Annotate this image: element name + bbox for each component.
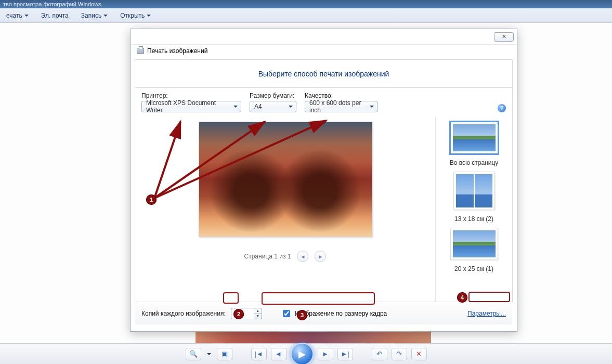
page-status-text: Страница 1 из 1 xyxy=(244,253,291,260)
layout-thumb-image xyxy=(453,230,496,257)
menu-email-label: Эл. почта xyxy=(41,12,69,19)
paper-value: A4 xyxy=(254,103,262,110)
menu-bar: ечать Эл. почта Запись Открыть xyxy=(0,8,612,23)
zoom-button[interactable]: 🔍 xyxy=(186,348,201,360)
menu-burn[interactable]: Запись xyxy=(78,10,111,21)
prev-button[interactable]: ◄ xyxy=(271,348,287,360)
paper-size-combo[interactable]: A4 xyxy=(250,101,296,112)
dialog-mid: Страница 1 из 1 ◄ ► Во всю страницу 13 x… xyxy=(135,118,512,302)
dialog-banner: Выберите способ печати изображений xyxy=(135,60,512,88)
viewer-controls: 🔍 ▣ |◄ ◄ ▶ ► ►| ↶ ↷ ✕ xyxy=(0,343,612,364)
chevron-down-icon xyxy=(233,106,238,108)
dialog-bottom-bar: Копий каждого изображения: ▲ ▼ Изображен… xyxy=(135,302,512,324)
chevron-down-icon xyxy=(370,106,374,108)
slideshow-button[interactable]: ▶ xyxy=(291,343,314,365)
prev-page-button[interactable]: ◄ xyxy=(297,251,308,262)
annotation-badge-1: 1 xyxy=(146,194,157,205)
menu-print[interactable]: ечать xyxy=(3,10,32,21)
dialog-titlebar: ✕ xyxy=(131,29,517,45)
rotate-ccw-button[interactable]: ↶ xyxy=(372,348,387,360)
chevron-down-icon xyxy=(24,15,29,17)
annotation-badge-3: 3 xyxy=(297,310,307,320)
menu-open[interactable]: Открыть xyxy=(117,10,154,21)
menu-burn-label: Запись xyxy=(81,12,101,19)
chevron-down-icon xyxy=(103,15,108,17)
copies-spin-buttons[interactable]: ▲ ▼ xyxy=(254,308,262,319)
layout-thumb-image xyxy=(453,124,496,151)
copies-label: Копий каждого изображения: xyxy=(141,310,226,317)
printer-icon xyxy=(137,48,144,54)
layout-full-page[interactable] xyxy=(450,122,498,154)
menu-email[interactable]: Эл. почта xyxy=(38,10,72,21)
layout-full-page-label: Во всю страницу xyxy=(450,159,499,166)
quality-option: Качество: 600 x 600 dots per inch xyxy=(305,92,377,112)
layout-13x18-label: 13 x 18 см (2) xyxy=(454,215,493,223)
fit-label: Изображение по размеру кадра xyxy=(295,310,387,317)
annotation-box-3 xyxy=(262,292,375,305)
next-button[interactable]: ► xyxy=(318,348,333,360)
dialog-header: Печать изображений xyxy=(131,45,517,57)
spin-down-icon[interactable]: ▼ xyxy=(254,314,262,319)
fit-screen-button[interactable]: ▣ xyxy=(217,348,232,360)
layout-list[interactable]: Во всю страницу 13 x 18 см (2) 20 x 25 с… xyxy=(435,118,512,302)
close-icon: ✕ xyxy=(502,34,506,40)
printer-label: Принтер: xyxy=(141,92,241,99)
print-options-row: Принтер: Microsoft XPS Document Writer Р… xyxy=(135,88,512,118)
quality-combo[interactable]: 600 x 600 dots per inch xyxy=(305,101,377,112)
layout-20x25[interactable] xyxy=(450,228,498,260)
paper-label: Размер бумаги: xyxy=(250,92,296,99)
chevron-down-icon xyxy=(289,106,293,108)
next-page-button[interactable]: ► xyxy=(315,251,326,262)
first-button[interactable]: |◄ xyxy=(251,348,267,360)
menu-open-label: Открыть xyxy=(120,12,145,19)
options-link[interactable]: Параметры... xyxy=(467,310,506,317)
help-icon[interactable]: ? xyxy=(498,104,506,112)
window-title: тво просмотра фотографий Windows xyxy=(3,1,101,7)
layout-thumb-image xyxy=(475,174,492,207)
printer-value: Microsoft XPS Document Writer xyxy=(146,99,230,114)
spin-up-icon[interactable]: ▲ xyxy=(254,308,262,314)
annotation-badge-2: 2 xyxy=(233,309,244,319)
print-preview-pane: Страница 1 из 1 ◄ ► xyxy=(135,118,435,302)
fit-checkbox-input[interactable] xyxy=(283,310,290,317)
layout-13x18[interactable] xyxy=(453,172,495,210)
last-button[interactable]: ►| xyxy=(337,348,353,360)
chevron-down-icon[interactable] xyxy=(205,348,213,360)
menu-print-label: ечать xyxy=(6,12,22,19)
paper-size-option: Размер бумаги: A4 xyxy=(250,92,296,112)
annotation-box-4 xyxy=(468,292,510,302)
annotation-box-2 xyxy=(223,292,239,304)
rotate-cw-button[interactable]: ↷ xyxy=(392,348,407,360)
annotation-badge-4: 4 xyxy=(457,292,467,303)
dialog-title: Печать изображений xyxy=(147,47,207,55)
quality-label: Качество: xyxy=(305,92,377,99)
page-nav: Страница 1 из 1 ◄ ► xyxy=(244,251,327,262)
preview-page xyxy=(199,122,372,237)
dialog-frame: Выберите способ печати изображений Принт… xyxy=(135,59,513,303)
layout-thumb-image xyxy=(456,174,474,207)
chevron-down-icon xyxy=(147,15,151,17)
close-button[interactable]: ✕ xyxy=(494,32,514,42)
window-title-bar: тво просмотра фотографий Windows xyxy=(0,0,612,8)
preview-image xyxy=(199,122,372,237)
printer-option: Принтер: Microsoft XPS Document Writer xyxy=(141,92,241,112)
layout-20x25-label: 20 x 25 см (1) xyxy=(454,265,493,272)
delete-button[interactable]: ✕ xyxy=(411,348,427,360)
print-pictures-dialog: ✕ Печать изображений Выберите способ печ… xyxy=(130,29,517,332)
quality-value: 600 x 600 dots per inch xyxy=(309,99,367,114)
printer-combo[interactable]: Microsoft XPS Document Writer xyxy=(141,101,241,112)
